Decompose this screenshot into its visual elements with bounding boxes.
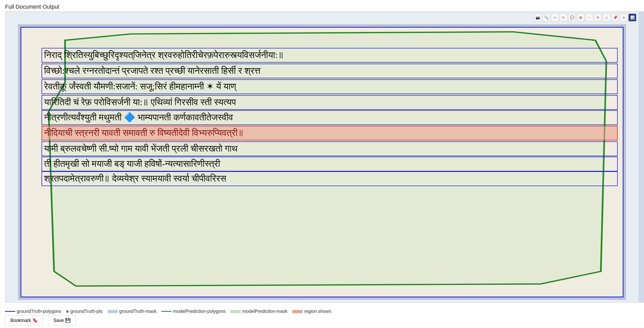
text-line-1: निराद्‌ श्रितिस्युबिच्छुरिदृश्यत्‌जिनेत्… (42, 48, 618, 63)
legend-region-shown-label: region shown (304, 309, 331, 314)
chart-btn[interactable]: 📊 (629, 14, 636, 21)
save-button[interactable]: Save 💾 (48, 315, 76, 325)
legend-groundtruth-mask: groundTruth-mask (108, 309, 156, 314)
legend-modelprediction-polygons: modelPrediction-polygons (161, 309, 225, 314)
bottom-bar: Bookmark 🔖 Save 💾 (5, 315, 76, 325)
text-line-8: ती हीतमृखी सो मयाजी बड्‌ याजी हविषों-न्य… (42, 157, 618, 171)
legend-groundtruth-polygons: groundTruth-polygons (5, 309, 61, 314)
text-line-2: विच्छो:श्चले रग्नरतोदान्तं प्रजापते रश्त… (42, 64, 618, 78)
legend-modelprediction-mask: modelPrediction-mask (231, 309, 287, 314)
speech-btn[interactable]: 💬 (568, 14, 576, 21)
minus-btn[interactable]: − (585, 14, 593, 21)
legend-region-shown: region shown (292, 309, 331, 314)
legend-groundtruth-polygons-icon (5, 311, 15, 312)
main-panel: 📷 🔍 + ↖ 💬 ⊞ − ✕ ⌂ 📌 ≡ 📊 निराद्‌ श्रितिस्… (5, 11, 639, 303)
app-title: Full Document Output (5, 4, 59, 10)
home-btn[interactable]: ⌂ (603, 14, 610, 21)
legend-modelprediction-mask-icon (231, 310, 241, 313)
legend: groundTruth-polygons groundTruth-pts gro… (5, 309, 331, 314)
canvas-area: निराद्‌ श्रितिस्युबिच्छुरिदृश्यत्‌जिनेत्… (18, 24, 626, 300)
legend-modelprediction-mask-label: modelPrediction-mask (242, 309, 287, 314)
legend-modelprediction-polygons-icon (161, 311, 172, 312)
legend-groundtruth-polygons-label: groundTruth-polygons (17, 309, 61, 314)
legend-groundtruth-pts: groundTruth-pts (66, 309, 102, 314)
plus-btn[interactable]: + (551, 14, 559, 21)
legend-modelprediction-polygons-label: modelPrediction-polygons (173, 309, 225, 314)
pin-btn[interactable]: 📌 (611, 14, 619, 21)
legend-groundtruth-pts-icon (66, 310, 69, 313)
cross-btn[interactable]: ✕ (594, 14, 602, 21)
text-line-7: यामी ब्रुलवचेष्णी सी.ष्यो गाम यावी भेंजत… (42, 141, 618, 156)
document-image: निराद्‌ श्रितिस्युबिच्छुरिदृश्यत्‌जिनेत्… (21, 27, 623, 297)
legend-region-shown-icon (292, 310, 302, 313)
text-line-5: नीत्रणीत्यर्वंश्युती मथुमती 🔷 भाम्यपानती… (42, 110, 618, 125)
toolbar: 📷 🔍 + ↖ 💬 ⊞ − ✕ ⌂ 📌 ≡ 📊 (534, 14, 636, 21)
legend-groundtruth-mask-icon (108, 310, 118, 313)
camera-btn[interactable]: 📷 (534, 14, 541, 21)
grid-btn[interactable]: ⊞ (577, 14, 584, 21)
lines-btn[interactable]: ≡ (620, 14, 628, 21)
cursor-btn[interactable]: ↖ (560, 14, 567, 21)
text-line-9: श्रतपदामेत्रावरुणी॥ देव्ययेश्र स्यामयावी… (42, 171, 618, 186)
text-line-4: यारितिदी चं रेफ़ परोविसर्जनी या:॥ एथिव्य… (42, 95, 618, 110)
legend-groundtruth-pts-label: groundTruth-pts (70, 309, 102, 314)
bookmark-button[interactable]: Bookmark 🔖 (5, 315, 43, 325)
legend-groundtruth-mask-label: groundTruth-mask (119, 309, 156, 314)
zoom-btn[interactable]: 🔍 (542, 14, 550, 21)
text-line-6: नीदियाची स्त्रनरी यावती समावती रु विष्यत… (42, 126, 618, 140)
text-line-3: रेवतीकू र्जंस्वती यौमणी:सजानें: सजू:सिरं… (42, 79, 618, 94)
